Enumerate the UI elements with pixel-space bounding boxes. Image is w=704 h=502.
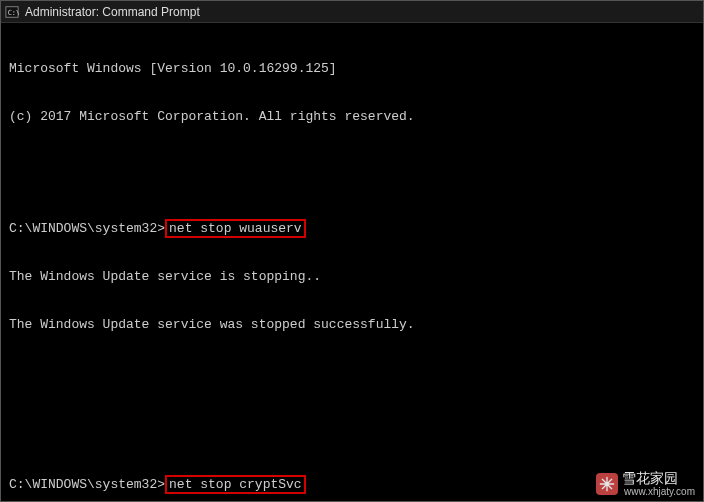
titlebar[interactable]: C:\ Administrator: Command Prompt: [1, 1, 703, 23]
window-title: Administrator: Command Prompt: [25, 5, 200, 19]
copyright-line: (c) 2017 Microsoft Corporation. All righ…: [9, 109, 695, 125]
command-line: C:\WINDOWS\system32>net stop cryptSvc: [9, 477, 695, 493]
blank-line: [9, 365, 695, 381]
output-line: The Windows Update service was stopped s…: [9, 317, 695, 333]
output-line: The Windows Update service is stopping..: [9, 269, 695, 285]
prompt: C:\WINDOWS\system32>: [9, 221, 165, 236]
cmd-net-stop-cryptsvc: net stop cryptSvc: [165, 475, 306, 494]
cmd-icon: C:\: [5, 5, 19, 19]
terminal-output[interactable]: Microsoft Windows [Version 10.0.16299.12…: [1, 23, 703, 502]
version-line: Microsoft Windows [Version 10.0.16299.12…: [9, 61, 695, 77]
snowflake-icon: [596, 473, 618, 495]
watermark-name: 雪花家园: [622, 471, 695, 486]
watermark-url: www.xhjaty.com: [624, 486, 695, 497]
svg-text:C:\: C:\: [8, 8, 19, 16]
blank-line: [9, 157, 695, 173]
prompt: C:\WINDOWS\system32>: [9, 477, 165, 492]
cmd-net-stop-wuauserv: net stop wuauserv: [165, 219, 306, 238]
watermark: 雪花家园 www.xhjaty.com: [596, 471, 695, 497]
blank-line: [9, 413, 695, 429]
command-line: C:\WINDOWS\system32>net stop wuauserv: [9, 221, 695, 237]
